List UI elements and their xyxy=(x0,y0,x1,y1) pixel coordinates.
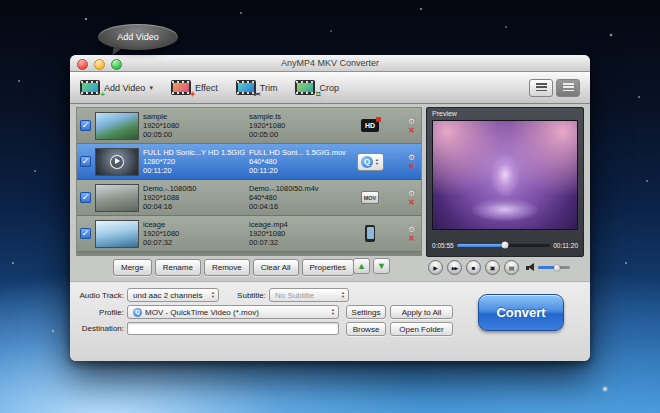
effect-button[interactable]: ✦ Effect xyxy=(171,80,218,95)
crop-button[interactable]: ⌑ Crop xyxy=(295,80,339,95)
browse-button[interactable]: Browse xyxy=(346,322,386,336)
crop-icon: ⌑ xyxy=(295,80,315,95)
checkbox-checked[interactable] xyxy=(80,120,91,131)
source-info: sample 1920*1080 00:05:00 xyxy=(143,112,245,139)
snapshot-button[interactable] xyxy=(485,260,500,275)
file-resolution: 1920*1080 xyxy=(143,121,245,130)
gear-icon[interactable] xyxy=(408,226,415,234)
rename-button[interactable]: Rename xyxy=(155,259,201,276)
volume-knob[interactable] xyxy=(554,265,560,271)
quicktime-profile-button[interactable] xyxy=(357,153,384,171)
format-slot xyxy=(355,153,385,171)
format-slot xyxy=(355,225,385,242)
source-info: Demo.-.1080i50 1920*1088 00:04:16 xyxy=(143,184,245,211)
titlebar[interactable]: AnyMP4 MKV Converter xyxy=(70,55,590,72)
subtitle-dropdown[interactable]: No Subtitle xyxy=(269,288,349,302)
seek-slider[interactable] xyxy=(457,244,550,247)
file-row-1[interactable]: sample 1920*1080 00:05:00 sample.ts 1920… xyxy=(77,108,421,144)
stepper-arrows-icon xyxy=(331,308,335,316)
file-name: Demo.-.1080i50 xyxy=(143,184,245,193)
output-info: Demo.-.1080i50.m4v 640*480 00:04:16 xyxy=(249,184,351,211)
output-name: FULL HD Soni... 1.5GIG.mov xyxy=(249,148,351,157)
file-row-3[interactable]: Demo.-.1080i50 1920*1088 00:04:16 Demo.-… xyxy=(77,180,421,216)
move-up-button[interactable] xyxy=(353,258,370,274)
fast-forward-button[interactable] xyxy=(447,260,462,275)
row-controls xyxy=(405,154,418,170)
audio-track-label: Audio Track: xyxy=(76,291,124,300)
preview-video[interactable] xyxy=(432,120,578,230)
video-thumbnail xyxy=(95,184,139,212)
format-slot: HD xyxy=(355,119,385,132)
source-info: iceage 1920*1080 00:07:32 xyxy=(143,220,245,247)
app-window: AnyMP4 MKV Converter + Add Video ▾ ✦ Eff… xyxy=(70,55,590,361)
profile-stepper-icon[interactable] xyxy=(375,158,379,165)
trim-icon: ✂ xyxy=(236,80,256,95)
gear-icon[interactable] xyxy=(408,190,415,198)
preview-timebar: 0:05:55 00:11:20 xyxy=(432,239,578,251)
output-info: sample.ts 1920*1080 00:05:00 xyxy=(249,112,351,139)
remove-button[interactable]: Remove xyxy=(204,259,250,276)
play-overlay-icon[interactable] xyxy=(110,155,124,169)
video-thumbnail xyxy=(95,148,139,176)
snapshot-folder-button[interactable] xyxy=(504,260,519,275)
merge-button[interactable]: Merge xyxy=(113,259,152,276)
settings-button[interactable]: Settings xyxy=(346,305,386,319)
file-row-4[interactable]: iceage 1920*1080 00:07:32 iceage.mp4 192… xyxy=(77,216,421,252)
preview-panel: Preview 0:05:55 00:11:20 xyxy=(426,107,584,257)
gear-icon[interactable] xyxy=(408,154,415,162)
output-name: sample.ts xyxy=(249,112,351,121)
gear-icon[interactable] xyxy=(408,118,415,126)
destination-input[interactable] xyxy=(127,322,339,335)
profile-dropdown[interactable]: MOV - QuickTime Video (*.mov) xyxy=(127,305,339,319)
output-resolution: 640*480 xyxy=(249,157,351,166)
speaker-icon[interactable] xyxy=(526,263,535,272)
total-time: 00:11:20 xyxy=(553,242,578,249)
add-video-icon: + xyxy=(80,80,100,95)
audio-track-value: und aac 2 channels xyxy=(133,291,208,300)
stepper-arrows-icon xyxy=(211,291,215,299)
audio-subtitle-row: Audio Track: und aac 2 channels Subtitle… xyxy=(76,288,349,302)
checkbox-checked[interactable] xyxy=(80,228,91,239)
row-controls xyxy=(405,118,418,134)
output-info: FULL HD Soni... 1.5GIG.mov 640*480 00:11… xyxy=(249,148,351,175)
crop-label: Crop xyxy=(319,83,339,93)
file-resolution: 1280*720 xyxy=(143,157,245,166)
remove-x-icon[interactable] xyxy=(408,235,415,242)
remove-x-icon[interactable] xyxy=(408,127,415,134)
file-duration: 00:07:32 xyxy=(143,238,245,247)
detail-view-icon xyxy=(563,83,574,92)
toolbar: + Add Video ▾ ✦ Effect ✂ Trim ⌑ Crop xyxy=(70,72,590,104)
detail-view-button[interactable] xyxy=(556,79,580,97)
add-video-button[interactable]: + Add Video ▾ xyxy=(80,80,153,95)
open-folder-button[interactable]: Open Folder xyxy=(390,322,453,336)
output-name: iceage.mp4 xyxy=(249,220,351,229)
apply-to-all-button[interactable]: Apply to All xyxy=(390,305,453,319)
audio-track-dropdown[interactable]: und aac 2 channels xyxy=(127,288,219,302)
output-resolution: 1920*1080 xyxy=(249,121,351,130)
stop-button[interactable] xyxy=(466,260,481,275)
volume-slider[interactable] xyxy=(538,266,570,269)
output-info: iceage.mp4 1920*1080 00:07:32 xyxy=(249,220,351,247)
settings-panel: Audio Track: und aac 2 channels Subtitle… xyxy=(70,283,590,361)
stars xyxy=(0,0,2,2)
remove-x-icon[interactable] xyxy=(408,199,415,206)
chevron-down-icon: ▾ xyxy=(149,84,153,92)
checkbox-checked[interactable] xyxy=(80,192,91,203)
tooltip-label: Add Video xyxy=(117,32,158,42)
format-slot: MOV xyxy=(355,191,385,204)
move-down-button[interactable] xyxy=(373,258,390,274)
remove-x-icon[interactable] xyxy=(408,163,415,170)
seek-knob[interactable] xyxy=(502,242,509,249)
list-view-icon xyxy=(536,83,547,92)
properties-button[interactable]: Properties xyxy=(302,259,354,276)
row-controls xyxy=(405,190,418,206)
play-button[interactable] xyxy=(428,260,443,275)
stepper-arrows-icon xyxy=(341,291,345,299)
convert-button[interactable]: Convert xyxy=(478,294,564,331)
profile-value: MOV - QuickTime Video (*.mov) xyxy=(145,308,328,317)
checkbox-checked[interactable] xyxy=(80,156,91,167)
file-row-2-selected[interactable]: FULL HD Sonic...Y HD 1.5GIG 1280*720 00:… xyxy=(77,144,421,180)
clear-all-button[interactable]: Clear All xyxy=(253,259,299,276)
list-view-button[interactable] xyxy=(529,79,553,97)
trim-button[interactable]: ✂ Trim xyxy=(236,80,278,95)
